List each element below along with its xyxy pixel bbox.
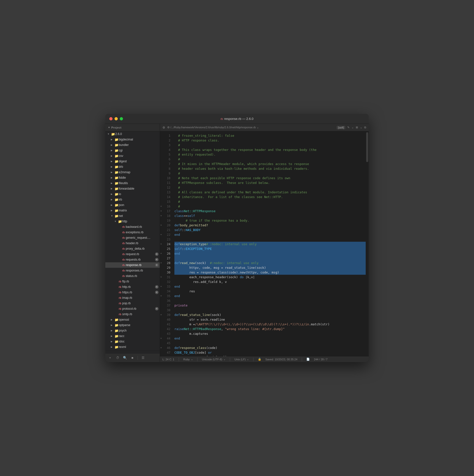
item-label: optparse <box>119 323 160 327</box>
scope-badge[interactable]: [self] <box>337 126 345 129</box>
tree-item-bigdecimal[interactable]: ▶ 📁 bigdecimal <box>105 137 160 142</box>
sidebar-header: ▼ Project <box>105 124 160 131</box>
item-label: racc <box>119 334 160 338</box>
tree-item-smtp[interactable]: rb smtp.rb <box>105 311 160 317</box>
item-label: fiddle <box>119 176 160 179</box>
chevron-icon: ▶ <box>111 149 114 152</box>
tree-item-e2mmap[interactable]: ▶ 📁 e2mmap <box>105 170 160 175</box>
tree-item-response-active[interactable]: rb response.rb ✕ <box>105 262 160 268</box>
line-num-1: 1 <box>160 133 172 138</box>
view-button[interactable]: ■ <box>130 355 135 361</box>
tree-item-generic-request[interactable]: rb generic_request.... <box>105 235 160 240</box>
encoding-text: Unicode (UTF-8) <box>202 358 222 361</box>
code-content[interactable]: # frozen_string_literal: false # HTTP re… <box>172 131 366 356</box>
code-line-31: each_response_header(sock) do |k,v| <box>174 275 366 279</box>
tree-item-request[interactable]: rb request.rb ✕ <box>105 251 160 257</box>
tree-item-fileutils[interactable]: ▶ 📁 fileutils <box>105 180 160 186</box>
tree-item-ftp[interactable]: rb ftp.rb <box>105 279 160 284</box>
ruby-icon: rb <box>121 258 126 261</box>
code-line-42: raise Net::HTTPBadResponse, "wrong statu… <box>174 327 366 331</box>
maximize-button[interactable] <box>120 117 123 120</box>
close-file-button[interactable]: ✕ <box>155 252 159 256</box>
tree-item-fiddle[interactable]: ▶ 📁 fiddle <box>105 175 160 180</box>
tree-item-status[interactable]: rb status.rb <box>105 273 160 279</box>
tree-item-drb[interactable]: ▶ 📁 drb <box>105 164 160 170</box>
code-line-12: # <box>174 185 366 190</box>
tree-item-header[interactable]: rb header.rb <box>105 240 160 246</box>
line-num-28: 28 <box>160 261 172 265</box>
tree-item-requests[interactable]: rb requests.rb ✕ <box>105 257 160 262</box>
item-label: proxy_delta.rb <box>126 247 160 250</box>
open-docs-section-header[interactable]: ▼ Currently Open Documents ⌄ <box>105 351 160 353</box>
tree-item-imap[interactable]: rb imap.rb <box>105 295 160 301</box>
toolbar-chevron[interactable]: ⌄ <box>352 126 354 129</box>
language-text: Ruby <box>183 358 190 361</box>
editor-scrollbar[interactable] <box>366 132 368 162</box>
close-button[interactable] <box>109 117 113 120</box>
chevron-icon: ▶ <box>111 138 114 141</box>
minimize-button[interactable] <box>115 117 118 120</box>
item-label: psych <box>119 329 160 332</box>
scrollbar-track[interactable] <box>366 131 369 356</box>
tree-item-psych[interactable]: ▶ 📁 psych <box>105 328 160 333</box>
search-button[interactable]: 🔍 <box>122 355 128 361</box>
tree-item-digest[interactable]: ▶ 📁 digest <box>105 159 160 164</box>
folder-icon: 📁 <box>114 318 119 322</box>
pin-icon[interactable]: ✎ <box>347 126 350 129</box>
line-ending-selector[interactable]: Unix (LF) ⌄ <box>235 358 249 361</box>
encoding-selector[interactable]: Unicode (UTF-8) ⌄ <box>202 358 226 361</box>
close-file-button[interactable]: ✕ <box>155 258 159 262</box>
line-num-10: 10 <box>160 176 172 180</box>
tree-item-io[interactable]: ▶ 📁 io <box>105 191 160 197</box>
code-line-6: # <box>174 157 366 162</box>
history-button[interactable]: ⏱ <box>115 355 120 361</box>
language-selector[interactable]: Ruby ⌄ <box>183 358 193 361</box>
line-num-31: 31 <box>160 275 172 279</box>
chevron-icon: ▶ <box>111 160 114 163</box>
tree-item-protocol[interactable]: rb protocol.rb ✕ <box>105 306 160 311</box>
tree-item-rdoc[interactable]: ▶ 📁 rdoc <box>105 339 160 344</box>
tree-root[interactable]: ▼ 📁 2.6.0 <box>105 131 160 137</box>
toolbar-chevron2[interactable]: ⌄ <box>360 126 362 129</box>
add-button[interactable]: + <box>107 355 113 361</box>
tree-item-pop[interactable]: rb pop.rb <box>105 301 160 306</box>
tree-item-cgi[interactable]: ▶ 📁 cgi <box>105 148 160 153</box>
tree-item-proxy-delta[interactable]: rb proxy_delta.rb <box>105 246 160 251</box>
tree-item-http-folder[interactable]: ▼ 📁 http <box>105 219 160 224</box>
project-label: Project <box>111 126 121 129</box>
close-file-button[interactable]: ✕ <box>155 290 159 294</box>
tree-item-http-rb[interactable]: rb http.rb ✕ <box>105 284 160 290</box>
tree-item-responses[interactable]: rb responses.rb <box>105 268 160 273</box>
close-file-button[interactable]: ✕ <box>155 307 159 311</box>
close-file-button[interactable]: ✕ <box>155 263 159 267</box>
tree-item-matrix[interactable]: ▶ 📁 matrix <box>105 208 160 213</box>
tree-item-csv[interactable]: ▶ 📁 csv <box>105 153 160 159</box>
line-num-48: 48 <box>160 355 172 356</box>
folder-icon: 📁 <box>114 329 119 333</box>
tree-item-https-rb[interactable]: rb https.rb ✕ <box>105 290 160 295</box>
line-num-47: 47 <box>160 350 172 355</box>
cursor-position[interactable]: L: 24 C: 1 <box>162 358 174 361</box>
tree-item-optparse[interactable]: ▶ 📁 optparse <box>105 322 160 328</box>
tree-item-openssl[interactable]: ▶ 📁 openssl <box>105 317 160 322</box>
sidebar-tree[interactable]: ▼ 📁 2.6.0 ▶ 📁 bigdecimal ▶ 📁 bundler ▶ <box>105 131 160 353</box>
code-editor[interactable]: 1 2 3 4 5 6 7 8 9 10 11 12 13 14 15 16 1 <box>160 131 369 356</box>
menu-button[interactable]: ☰ <box>140 355 146 361</box>
tree-item-bundler[interactable]: ▶ 📁 bundler <box>105 142 160 148</box>
copy-icon[interactable]: ⧉ <box>364 126 366 129</box>
tree-item-exceptions[interactable]: rb exceptions.rb <box>105 230 160 235</box>
layout-icon[interactable]: ⊞ <box>356 126 358 129</box>
folder-icon: 📁 <box>111 132 115 136</box>
tree-item-json[interactable]: ▶ 📁 json <box>105 202 160 208</box>
item-label: json <box>119 203 160 207</box>
ruby-icon: rb <box>118 302 122 305</box>
tree-item-racc[interactable]: ▶ 📁 racc <box>105 333 160 339</box>
close-file-button[interactable]: ✕ <box>155 285 159 289</box>
tree-item-backward[interactable]: rb backward.rb <box>105 224 160 230</box>
tree-item-rexml[interactable]: ▶ 📁 rexml <box>105 344 160 350</box>
tree-item-forwardable[interactable]: ▶ 📁 forwardable <box>105 186 160 191</box>
tree-item-irb[interactable]: ▶ 📁 irb <box>105 197 160 202</box>
line-num-33: 33 <box>160 284 172 289</box>
item-label: matrix <box>119 209 160 212</box>
tree-item-net[interactable]: ▼ 📁 net <box>105 213 160 219</box>
